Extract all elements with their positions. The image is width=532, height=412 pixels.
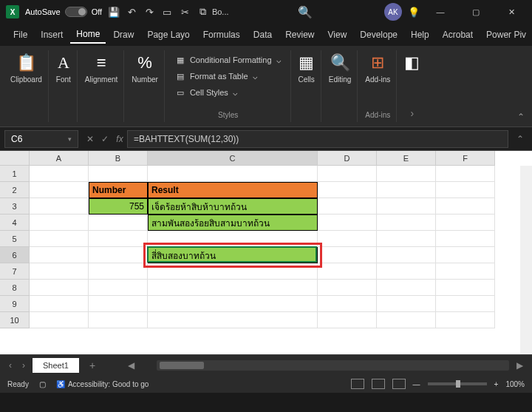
cell-E3[interactable] [377, 198, 436, 215]
cell-D9[interactable] [318, 296, 377, 312]
cell-B2[interactable]: Number [89, 182, 148, 198]
cell-E7[interactable] [377, 263, 436, 280]
cell-D4[interactable] [318, 215, 377, 231]
tab-help[interactable]: Help [405, 27, 435, 43]
col-header-E[interactable]: E [377, 151, 436, 166]
cell-E1[interactable] [377, 166, 436, 182]
save-icon[interactable]: 💾 [108, 6, 120, 18]
cell-A3[interactable] [30, 198, 89, 215]
cell-D8[interactable] [318, 280, 377, 296]
row-header-7[interactable]: 7 [0, 263, 30, 280]
zoom-out-button[interactable]: — [413, 380, 420, 388]
addins-button[interactable]: ⊞ Add-ins [365, 53, 390, 84]
cell-B9[interactable] [89, 296, 148, 312]
alignment-button[interactable]: ≡ Alignment [85, 53, 117, 84]
scroll-right-button[interactable]: ▶ [514, 360, 526, 371]
copy-icon[interactable]: ⧉ [197, 6, 208, 18]
cell-C3[interactable]: เจ็ดร้อยห้าสิบห้าบาทถ้วน [148, 198, 318, 215]
select-all-corner[interactable] [0, 151, 30, 166]
row-header-1[interactable]: 1 [0, 166, 30, 182]
cell-F10[interactable] [436, 312, 495, 328]
tab-formulas[interactable]: Formulas [197, 27, 246, 43]
cell-F4[interactable] [436, 215, 495, 231]
row-header-3[interactable]: 3 [0, 198, 30, 215]
cell-F6[interactable] [436, 247, 495, 263]
cell-A6[interactable] [30, 247, 89, 263]
sheet-prev-button[interactable]: ‹ [6, 360, 15, 371]
cell-D5[interactable] [318, 231, 377, 247]
tab-developer[interactable]: Develope [354, 27, 403, 43]
row-header-6[interactable]: 6 [0, 247, 30, 263]
cell-A2[interactable] [30, 182, 89, 198]
cell-F2[interactable] [436, 182, 495, 198]
row-header-9[interactable]: 9 [0, 296, 30, 312]
cell-C7[interactable] [148, 263, 318, 280]
toggle-switch[interactable] [65, 7, 87, 17]
col-header-C[interactable]: C [148, 151, 318, 166]
undo-icon[interactable]: ↶ [126, 6, 137, 18]
conditional-formatting-button[interactable]: ▦ Conditional Formatting⌵ [172, 53, 284, 67]
tab-insert[interactable]: Insert [35, 27, 69, 43]
user-avatar[interactable]: AK [384, 3, 402, 21]
cell-B1[interactable] [89, 166, 148, 182]
cell-A9[interactable] [30, 296, 89, 312]
expand-formula-button[interactable]: ⌃ [513, 134, 528, 144]
cell-C2[interactable]: Result [148, 182, 318, 198]
spreadsheet-grid[interactable]: ABCDEF 12345678910 NumberResult755เจ็ดร้… [0, 151, 532, 354]
cell-B6[interactable] [89, 247, 148, 263]
cell-A5[interactable] [30, 231, 89, 247]
tab-acrobat[interactable]: Acrobat [437, 27, 479, 43]
tab-view[interactable]: View [322, 27, 353, 43]
cell-B4[interactable] [89, 215, 148, 231]
cell-F9[interactable] [436, 296, 495, 312]
cell-E2[interactable] [377, 182, 436, 198]
cell-A4[interactable] [30, 215, 89, 231]
col-header-A[interactable]: A [30, 151, 89, 166]
cell-F8[interactable] [436, 280, 495, 296]
cell-B10[interactable] [89, 312, 148, 328]
row-header-10[interactable]: 10 [0, 312, 30, 328]
row-header-8[interactable]: 8 [0, 280, 30, 296]
redo-icon[interactable]: ↷ [143, 6, 155, 18]
maximize-button[interactable]: ▢ [461, 1, 491, 22]
minimize-button[interactable]: — [426, 1, 455, 22]
row-header-5[interactable]: 5 [0, 231, 30, 247]
zoom-level[interactable]: 100% [505, 380, 525, 388]
search-icon[interactable]: 🔍 [298, 5, 313, 19]
collapse-ribbon-button[interactable]: ⌃ [517, 112, 525, 122]
fx-button[interactable]: fx [112, 134, 127, 144]
chevron-down-icon[interactable]: ▾ [68, 135, 72, 143]
clipboard-button[interactable]: 📋 Clipboard [10, 53, 42, 84]
cell-E5[interactable] [377, 231, 436, 247]
cell-D3[interactable] [318, 198, 377, 215]
cell-D7[interactable] [318, 263, 377, 280]
cell-E8[interactable] [377, 280, 436, 296]
new-icon[interactable]: ▭ [161, 6, 173, 18]
cell-E10[interactable] [377, 312, 436, 328]
format-as-table-button[interactable]: ▤ Format as Table⌵ [172, 70, 284, 83]
cell-A10[interactable] [30, 312, 89, 328]
cell-F7[interactable] [436, 263, 495, 280]
cells-button[interactable]: ▦ Cells [299, 53, 315, 84]
cell-C9[interactable] [148, 296, 318, 312]
horizontal-scrollbar[interactable] [157, 360, 509, 371]
accessibility-status[interactable]: ♿Accessibility: Good to go [56, 380, 149, 388]
tab-home[interactable]: Home [70, 26, 106, 44]
doc-title[interactable]: Bo... [214, 6, 226, 18]
cell-C4[interactable]: สามพันสองร้อยสิบสามบาทถ้วน [148, 215, 318, 231]
tab-pagelayout[interactable]: Page Layo [141, 27, 195, 43]
zoom-in-button[interactable]: + [494, 380, 499, 388]
col-header-F[interactable]: F [436, 151, 495, 166]
tab-powerpivot[interactable]: Power Piv [480, 27, 532, 43]
col-header-D[interactable]: D [318, 151, 377, 166]
cell-A8[interactable] [30, 280, 89, 296]
more-button[interactable]: ◧ [404, 53, 420, 72]
autosave-toggle[interactable]: AutoSave Off [25, 7, 102, 17]
cell-styles-button[interactable]: ▭ Cell Styles⌵ [172, 86, 284, 99]
cell-F5[interactable] [436, 231, 495, 247]
cell-C5[interactable] [148, 231, 318, 247]
cell-A7[interactable] [30, 263, 89, 280]
cell-C1[interactable] [148, 166, 318, 182]
cell-D1[interactable] [318, 166, 377, 182]
tab-data[interactable]: Data [248, 27, 278, 43]
